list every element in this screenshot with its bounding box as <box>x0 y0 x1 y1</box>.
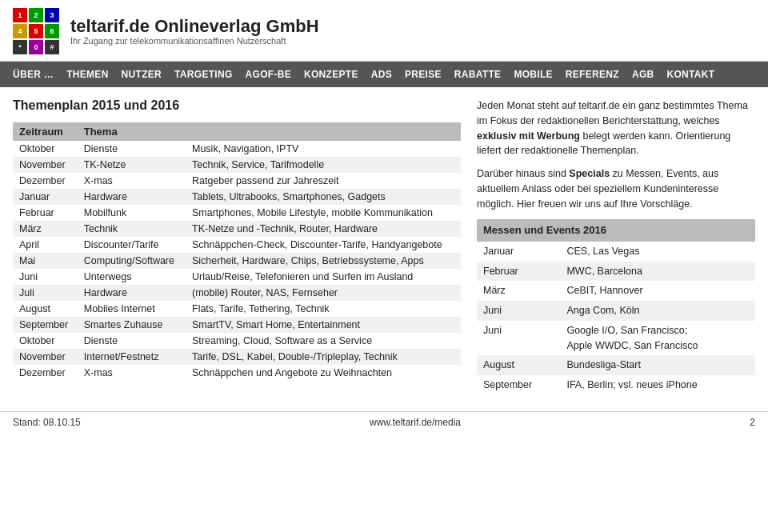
logo-cell-5: 5 <box>29 24 43 38</box>
nav-item-mobile[interactable]: MOBILE <box>507 62 558 87</box>
cell-detail: Flats, Tarife, Tethering, Technik <box>186 301 461 317</box>
cell-theme: TK-Netze <box>78 157 186 173</box>
cell-month: April <box>13 237 78 253</box>
main-content: Themenplan 2015 und 2016 Zeitraum Thema … <box>0 87 768 403</box>
cell-detail: Streaming, Cloud, Software as a Service <box>186 333 461 349</box>
cell-month: März <box>13 221 78 237</box>
table-row: September Smartes Zuhause SmartTV, Smart… <box>13 317 461 333</box>
messen-event: CES, Las Vegas <box>560 242 755 262</box>
nav-item-themen[interactable]: THEMEN <box>60 62 114 87</box>
cell-theme: Discounter/Tarife <box>78 237 186 253</box>
messen-event: Bundesliga-Start <box>560 355 755 375</box>
col-header-detail <box>186 122 461 141</box>
table-row: Oktober Dienste Musik, Navigation, IPTV <box>13 141 461 157</box>
cell-month: Oktober <box>13 141 78 157</box>
table-row: Januar Hardware Tablets, Ultrabooks, Sma… <box>13 189 461 205</box>
messen-month: Juni <box>477 301 560 321</box>
site-title: teltarif.de Onlineverlag GmbH <box>70 17 319 36</box>
logo-cell-1: 1 <box>13 8 27 22</box>
cell-theme: Dienste <box>78 333 186 349</box>
nav-item-ads[interactable]: ADS <box>365 62 398 87</box>
cell-detail: Sicherheit, Hardware, Chips, Betriebssys… <box>186 253 461 269</box>
left-section: Themenplan 2015 und 2016 Zeitraum Thema … <box>13 98 461 395</box>
nav-item-preise[interactable]: PREISE <box>398 62 448 87</box>
nav-item-referenz[interactable]: REFERENZ <box>559 62 626 87</box>
nav-item-ueber[interactable]: ÜBER … <box>6 62 60 87</box>
messen-month: Juni <box>477 321 560 356</box>
messen-event: IFA, Berlin; vsl. neues iPhone <box>560 375 755 395</box>
table-row: November TK-Netze Technik, Service, Tari… <box>13 157 461 173</box>
messen-event: Anga Com, Köln <box>560 301 755 321</box>
cell-month: August <box>13 301 78 317</box>
messen-month: August <box>477 355 560 375</box>
messen-event: MWC, Barcelona <box>560 262 755 282</box>
cell-theme: Technik <box>78 221 186 237</box>
nav-item-rabatte[interactable]: RABATTE <box>448 62 508 87</box>
cell-theme: X-mas <box>78 365 186 381</box>
nav-item-konzepte[interactable]: KONZEPTE <box>298 62 365 87</box>
right-para2-bold: Specials <box>569 168 610 179</box>
messen-row: März CeBIT, Hannover <box>477 281 755 301</box>
messen-row: Januar CES, Las Vegas <box>477 242 755 262</box>
messen-month: März <box>477 281 560 301</box>
footer: Stand: 08.10.15 www.teltarif.de/media 2 <box>0 411 768 433</box>
col-header-thema: Thema <box>78 122 186 141</box>
nav-item-agb[interactable]: AGB <box>626 62 661 87</box>
table-row: Februar Mobilfunk Smartphones, Mobile Li… <box>13 205 461 221</box>
messen-row: Juni Anga Com, Köln <box>477 301 755 321</box>
logo-cell-2: 2 <box>29 8 43 22</box>
col-header-zeitraum: Zeitraum <box>13 122 78 141</box>
right-para2-text-a: Darüber hinaus sind <box>477 168 569 179</box>
messen-table: Januar CES, Las Vegas Februar MWC, Barce… <box>477 242 755 395</box>
cell-detail: Technik, Service, Tarifmodelle <box>186 157 461 173</box>
cell-month: Januar <box>13 189 78 205</box>
messen-row: Juni Google I/O, San Francisco;Apple WWD… <box>477 321 755 356</box>
logo-cell-4: 4 <box>13 24 27 38</box>
cell-detail: TK-Netze und -Technik, Router, Hardware <box>186 221 461 237</box>
cell-month: November <box>13 157 78 173</box>
cell-month: Dezember <box>13 173 78 189</box>
cell-detail: Tablets, Ultrabooks, Smartphones, Gadget… <box>186 189 461 205</box>
messen-event: Google I/O, San Francisco;Apple WWDC, Sa… <box>560 321 755 356</box>
nav-item-nutzer[interactable]: NUTZER <box>115 62 168 87</box>
messen-title: Messen und Events 2016 <box>477 219 755 242</box>
logo-cell-7: * <box>13 40 27 54</box>
cell-month: September <box>13 317 78 333</box>
cell-theme: Smartes Zuhause <box>78 317 186 333</box>
table-row: Dezember X-mas Schnäppchen und Angebote … <box>13 365 461 381</box>
right-para1-bold: exklusiv mit Werbung <box>477 130 580 142</box>
cell-month: Dezember <box>13 365 78 381</box>
cell-month: November <box>13 349 78 365</box>
cell-month: Oktober <box>13 333 78 349</box>
cell-theme: Mobilfunk <box>78 205 186 221</box>
messen-row: Februar MWC, Barcelona <box>477 262 755 282</box>
cell-detail: SmartTV, Smart Home, Entertainment <box>186 317 461 333</box>
nav-item-kontakt[interactable]: KONTAKT <box>661 62 722 87</box>
table-row: Dezember X-mas Ratgeber passend zur Jahr… <box>13 173 461 189</box>
cell-theme: Internet/Festnetz <box>78 349 186 365</box>
footer-url: www.teltarif.de/media <box>370 417 461 428</box>
logo-cell-9: # <box>45 40 59 54</box>
cell-month: Februar <box>13 205 78 221</box>
cell-detail: Urlaub/Reise, Telefonieren und Surfen im… <box>186 269 461 285</box>
messen-month: Februar <box>477 262 560 282</box>
cell-detail: Ratgeber passend zur Jahreszeit <box>186 173 461 189</box>
messen-month: Januar <box>477 242 560 262</box>
main-nav: ÜBER … THEMEN NUTZER TARGETING AGOF-BE K… <box>0 62 768 87</box>
cell-detail: Smartphones, Mobile Lifestyle, mobile Ko… <box>186 205 461 221</box>
footer-page: 2 <box>750 417 755 428</box>
cell-theme: Unterwegs <box>78 269 186 285</box>
table-row: Juli Hardware (mobile) Router, NAS, Fern… <box>13 285 461 301</box>
nav-item-targeting[interactable]: TARGETING <box>168 62 238 87</box>
cell-theme: Hardware <box>78 189 186 205</box>
logo-cell-3: 3 <box>45 8 59 22</box>
nav-item-agof[interactable]: AGOF-BE <box>239 62 298 87</box>
table-row: März Technik TK-Netze und -Technik, Rout… <box>13 221 461 237</box>
cell-detail: (mobile) Router, NAS, Fernseher <box>186 285 461 301</box>
themen-table: Zeitraum Thema Oktober Dienste Musik, Na… <box>13 122 461 381</box>
cell-detail: Schnäppchen-Check, Discounter-Tarife, Ha… <box>186 237 461 253</box>
cell-theme: Computing/Software <box>78 253 186 269</box>
footer-stand: Stand: 08.10.15 <box>13 417 81 428</box>
header-text: teltarif.de Onlineverlag GmbH Ihr Zugang… <box>70 17 319 46</box>
right-para2: Darüber hinaus sind Specials zu Messen, … <box>477 166 755 211</box>
